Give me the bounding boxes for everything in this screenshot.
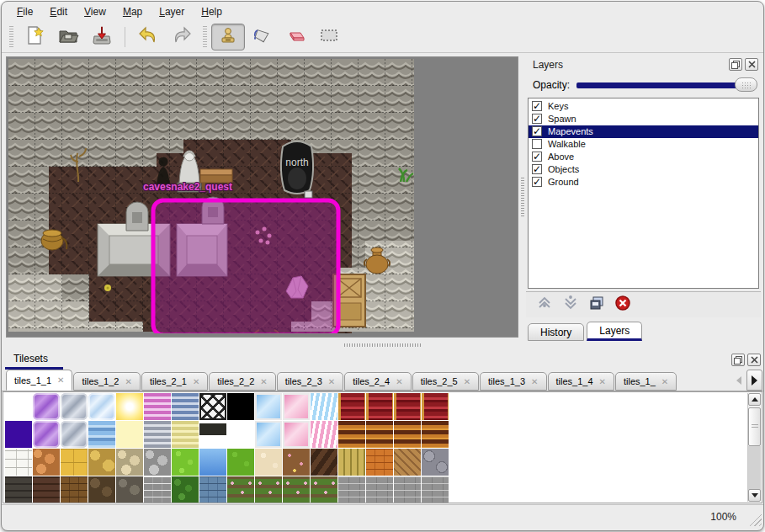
tileset-tile[interactable] bbox=[422, 476, 449, 503]
tileset-tile[interactable] bbox=[394, 421, 421, 448]
layer-move-down-button[interactable] bbox=[562, 295, 579, 315]
layers-float-button[interactable] bbox=[729, 58, 742, 71]
tileset-tile[interactable] bbox=[311, 421, 337, 448]
tileset-tile[interactable] bbox=[422, 393, 449, 420]
opacity-slider-track[interactable] bbox=[576, 82, 756, 88]
tab-scroll-left-button[interactable] bbox=[730, 370, 746, 391]
layer-move-up-button[interactable] bbox=[536, 295, 553, 315]
tab-close-icon[interactable]: ✕ bbox=[57, 375, 64, 385]
tileset-tile[interactable] bbox=[172, 421, 199, 448]
tileset-tile[interactable] bbox=[5, 476, 32, 503]
tileset-tile[interactable] bbox=[172, 393, 199, 420]
tileset-tab-tiles_2_5[interactable]: tiles_2_5✕ bbox=[412, 372, 479, 391]
tab-close-icon[interactable]: ✕ bbox=[193, 377, 199, 386]
tab-close-icon[interactable]: ✕ bbox=[661, 377, 668, 386]
tileset-tab-tiles_1_3[interactable]: tiles_1_3✕ bbox=[480, 372, 546, 391]
layer-row[interactable]: ✓Spawn bbox=[529, 113, 758, 125]
layer-duplicate-button[interactable] bbox=[588, 295, 605, 315]
tileset-tile[interactable] bbox=[283, 449, 310, 476]
tileset-tile[interactable] bbox=[33, 421, 60, 448]
tileset-tile[interactable] bbox=[144, 449, 171, 476]
map-canvas-area[interactable]: north cavesnake2_quest bbox=[6, 56, 518, 338]
tab-close-icon[interactable]: ✕ bbox=[599, 377, 606, 386]
tileset-tile[interactable] bbox=[116, 421, 143, 448]
tileset-tile[interactable] bbox=[311, 449, 337, 476]
tab-close-icon[interactable]: ✕ bbox=[531, 377, 538, 386]
tileset-tile[interactable] bbox=[311, 393, 337, 420]
tileset-tile[interactable] bbox=[199, 421, 226, 448]
save-button[interactable] bbox=[85, 24, 119, 51]
tileset-tile[interactable] bbox=[88, 421, 115, 448]
dock-tab-layers[interactable]: Layers bbox=[587, 322, 642, 341]
layer-visibility-checkbox[interactable]: ✓ bbox=[532, 152, 542, 162]
tileset-tile[interactable] bbox=[61, 449, 88, 476]
tileset-tile[interactable] bbox=[199, 449, 226, 476]
tileset-tile[interactable] bbox=[394, 393, 421, 420]
undo-button[interactable] bbox=[131, 24, 165, 51]
open-file-button[interactable] bbox=[51, 24, 85, 51]
redo-button[interactable] bbox=[165, 24, 199, 51]
tileset-tile[interactable] bbox=[5, 421, 32, 448]
tileset-tile[interactable] bbox=[172, 476, 199, 503]
tileset-tile[interactable] bbox=[116, 393, 143, 420]
tileset-tile[interactable] bbox=[283, 393, 310, 420]
tileset-tile[interactable] bbox=[394, 449, 421, 476]
resize-grip[interactable] bbox=[746, 511, 762, 526]
tileset-tile[interactable] bbox=[283, 421, 310, 448]
tileset-tile[interactable] bbox=[338, 393, 365, 420]
prop-cave-entrance[interactable] bbox=[281, 141, 313, 198]
tileset-tile[interactable] bbox=[227, 476, 254, 503]
layer-list[interactable]: ✓Keys✓Spawn✓MapeventsWalkable✓Above✓Obje… bbox=[528, 98, 759, 289]
opacity-slider-handle[interactable] bbox=[735, 77, 757, 92]
menu-file[interactable]: File bbox=[8, 3, 41, 20]
scrollbar-thumb[interactable] bbox=[748, 407, 761, 446]
dock-tab-history[interactable]: History bbox=[528, 323, 584, 341]
tilesets-float-button[interactable] bbox=[731, 354, 745, 366]
tileset-tile[interactable] bbox=[144, 393, 171, 420]
menu-edit[interactable]: Edit bbox=[41, 3, 76, 20]
tileset-tab-tiles_1_[interactable]: tiles_1_✕ bbox=[615, 372, 677, 391]
layers-close-button[interactable] bbox=[745, 58, 758, 71]
tileset-tile[interactable] bbox=[5, 449, 32, 476]
tileset-tile[interactable] bbox=[283, 476, 310, 503]
horizontal-splitter[interactable] bbox=[2, 341, 763, 349]
tileset-tile[interactable] bbox=[144, 421, 171, 448]
tilesets-close-button[interactable] bbox=[747, 354, 761, 366]
tileset-tile[interactable] bbox=[5, 393, 32, 420]
map-canvas[interactable]: north cavesnake2_quest bbox=[8, 59, 416, 333]
eraser-tool-button[interactable] bbox=[279, 24, 312, 51]
select-tool-button[interactable] bbox=[312, 24, 346, 51]
tileset-tile[interactable] bbox=[255, 421, 282, 448]
tileset-tile[interactable] bbox=[33, 449, 60, 476]
layer-row[interactable]: Walkable bbox=[529, 138, 758, 151]
tileset-tab-tiles_2_4[interactable]: tiles_2_4✕ bbox=[344, 372, 411, 391]
tileset-tile[interactable] bbox=[338, 449, 365, 476]
scroll-down-button[interactable] bbox=[748, 489, 761, 502]
tileset-tab-tiles_2_2[interactable]: tiles_2_2✕ bbox=[209, 372, 275, 391]
new-file-button[interactable] bbox=[18, 24, 51, 51]
tileset-tab-tiles_1_4[interactable]: tiles_1_4✕ bbox=[548, 372, 614, 391]
layer-row[interactable]: ✓Ground bbox=[529, 176, 758, 189]
tileset-tile[interactable] bbox=[227, 449, 254, 476]
tab-close-icon[interactable]: ✕ bbox=[260, 377, 267, 386]
tileset-tile[interactable] bbox=[255, 393, 282, 420]
tileset-tile[interactable] bbox=[88, 449, 115, 476]
tab-close-icon[interactable]: ✕ bbox=[464, 377, 470, 386]
stamp-tool-button[interactable] bbox=[211, 24, 245, 51]
tileset-tile[interactable] bbox=[144, 476, 171, 503]
fill-tool-button[interactable] bbox=[245, 24, 279, 51]
tileset-tile[interactable] bbox=[88, 476, 115, 503]
vertical-splitter[interactable] bbox=[518, 53, 526, 341]
scroll-up-button[interactable] bbox=[748, 393, 761, 406]
tileset-tile[interactable] bbox=[116, 449, 143, 476]
tileset-tile[interactable] bbox=[311, 476, 337, 503]
tileset-tile[interactable] bbox=[61, 393, 88, 420]
tileset-tile[interactable] bbox=[227, 421, 254, 448]
tab-close-icon[interactable]: ✕ bbox=[328, 377, 335, 386]
tileset-tile[interactable] bbox=[172, 449, 199, 476]
menu-help[interactable]: Help bbox=[193, 3, 231, 20]
tileset-tile[interactable] bbox=[366, 393, 393, 420]
tileset-tab-tiles_2_3[interactable]: tiles_2_3✕ bbox=[277, 372, 343, 391]
tileset-tile[interactable] bbox=[366, 476, 393, 503]
tileset-tile[interactable] bbox=[33, 393, 60, 420]
